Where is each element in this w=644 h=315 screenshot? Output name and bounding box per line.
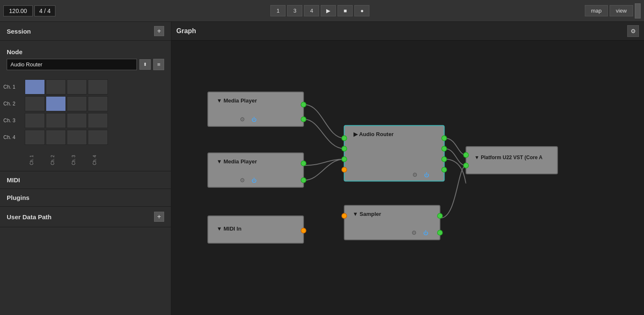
svg-text:⏻: ⏻ [251, 178, 257, 184]
matrix-cell-r2-c2[interactable] [67, 113, 87, 128]
svg-point-10 [342, 157, 347, 162]
node-media-player-1[interactable]: ▼ Media Player ⚙ ⏻ [208, 92, 306, 126]
matrix-cell-r0-c0[interactable] [25, 79, 45, 94]
graph-settings-button[interactable]: ⚙ [627, 25, 639, 37]
session-header[interactable]: Session + [0, 22, 171, 40]
matrix-cell-r3-c3[interactable] [88, 130, 108, 145]
col-headers: Ch. 1Ch. 2Ch. 3Ch. 4 [21, 149, 171, 171]
svg-point-8 [342, 136, 347, 141]
svg-text:▼ MIDI In: ▼ MIDI In [217, 226, 241, 232]
node-platform-u22[interactable]: ▼ Platform U22 VST (Core A [463, 147, 558, 174]
main-area: Session + Node Audio Router ⬍ ≡ [0, 22, 644, 315]
row-label-1: Ch. 2 [3, 101, 24, 107]
matrix-cell-r1-c0[interactable] [25, 96, 45, 111]
node-sampler[interactable]: ▼ Sampler ⚙ ⏻ [342, 205, 442, 240]
transport-btn-stop[interactable]: ■ [338, 5, 353, 16]
midi-section[interactable]: MIDI [0, 171, 171, 189]
svg-text:⚙: ⚙ [412, 171, 418, 178]
resize-handle[interactable] [635, 3, 641, 18]
top-bar-right: mapview [585, 5, 633, 16]
graph-title: Graph [176, 27, 196, 35]
matrix-cell-r3-c2[interactable] [67, 130, 87, 145]
view-btn-map[interactable]: map [585, 5, 608, 16]
row-label-3: Ch. 4 [3, 134, 24, 140]
svg-point-27 [437, 213, 442, 218]
transport-controls: 134▶■● [57, 5, 583, 16]
node-content: Node Audio Router ⬍ ≡ [0, 41, 171, 79]
matrix-cell-r0-c1[interactable] [46, 79, 66, 94]
svg-point-31 [301, 228, 306, 233]
row-label-0: Ch. 1 [3, 84, 24, 90]
user-data-path-section[interactable]: User Data Path + [0, 207, 171, 227]
port-mp1-ctrl [301, 117, 306, 122]
node-select[interactable]: Audio Router [7, 59, 137, 70]
col-header-0: Ch. 1 [21, 151, 42, 169]
node-media-player-2[interactable]: ▼ Media Player ⚙ ⏻ [208, 153, 306, 187]
matrix-row-1: Ch. 2 [3, 95, 168, 112]
graph-header: Graph ⚙ [171, 22, 644, 41]
graph-svg: ▼ Media Player ⚙ ⏻ ▶ Audio Router ⚙ ⏻ [171, 40, 644, 315]
matrix-cell-r2-c0[interactable] [25, 113, 45, 128]
transport-btn-1[interactable]: 1 [270, 5, 285, 16]
svg-point-14 [442, 157, 447, 162]
bpm-display[interactable]: 120.00 [3, 5, 33, 16]
matrix-cell-r1-c1[interactable] [46, 96, 66, 111]
transport-btn-3[interactable]: 3 [287, 5, 302, 16]
transport-btn-record[interactable]: ● [354, 5, 369, 16]
col-header-2: Ch. 3 [63, 151, 84, 169]
node-midi-in[interactable]: ▼ MIDI In [208, 216, 306, 243]
transport-btn-play[interactable]: ▶ [321, 5, 336, 16]
svg-text:⚙: ⚙ [240, 116, 245, 123]
svg-point-35 [463, 163, 469, 168]
session-add-button[interactable]: + [154, 26, 164, 36]
sidebar: Session + Node Audio Router ⬍ ≡ [0, 22, 171, 315]
graph-area: Graph ⚙ [171, 22, 644, 315]
svg-text:▼ Platform U22 VST (Core A: ▼ Platform U22 VST (Core A [474, 155, 542, 160]
matrix-cell-r3-c1[interactable] [46, 130, 66, 145]
matrix-row-3: Ch. 4 [3, 129, 168, 146]
transport-btn-4[interactable]: 4 [304, 5, 319, 16]
graph-canvas[interactable]: ▼ Media Player ⚙ ⏻ ▶ Audio Router ⚙ ⏻ [171, 40, 644, 315]
matrix-cell-r3-c0[interactable] [25, 130, 45, 145]
svg-text:⚙: ⚙ [411, 229, 417, 236]
node-select-arrow[interactable]: ⬍ [139, 59, 151, 70]
node-title: Node [7, 44, 164, 59]
row-label-2: Ch. 3 [3, 118, 24, 123]
svg-point-21 [301, 178, 306, 183]
top-bar-left: 120.00 4 / 4 [3, 5, 55, 16]
svg-text:⏻: ⏻ [423, 230, 428, 236]
matrix-cell-r0-c2[interactable] [67, 79, 87, 94]
plugins-section[interactable]: Plugins [0, 189, 171, 207]
matrix-cell-r1-c2[interactable] [67, 96, 87, 111]
matrix-cell-r1-c3[interactable] [88, 96, 108, 111]
svg-point-12 [442, 136, 447, 141]
view-btn-view[interactable]: view [610, 5, 633, 16]
svg-text:▼ Media Player: ▼ Media Player [217, 97, 257, 104]
plugins-title: Plugins [7, 194, 29, 201]
port-mp1-right [301, 102, 306, 107]
top-bar: 120.00 4 / 4 134▶■● mapview [0, 0, 644, 22]
node-audio-router[interactable]: ▶ Audio Router ⚙ ⏻ [342, 126, 447, 181]
svg-point-26 [342, 213, 347, 218]
time-signature[interactable]: 4 / 4 [34, 5, 55, 16]
user-data-path-add-button[interactable]: + [154, 212, 164, 222]
midi-title: MIDI [7, 176, 20, 184]
svg-point-34 [463, 152, 469, 158]
svg-text:⚙: ⚙ [240, 177, 245, 184]
node-menu-button[interactable]: ≡ [153, 59, 164, 70]
matrix-cell-r2-c1[interactable] [46, 113, 66, 128]
svg-point-11 [342, 167, 347, 172]
node-section: Node Audio Router ⬍ ≡ Ch. 1Ch. 2Ch. 3Ch.… [0, 41, 171, 171]
svg-text:▶ Audio Router: ▶ Audio Router [353, 131, 393, 137]
matrix-cell-r0-c3[interactable] [88, 79, 108, 94]
matrix-row-2: Ch. 3 [3, 112, 168, 129]
svg-text:▼ Media Player: ▼ Media Player [217, 158, 257, 165]
matrix-cell-r2-c3[interactable] [88, 113, 108, 128]
svg-text:⏻: ⏻ [251, 117, 257, 123]
svg-point-9 [342, 146, 347, 151]
col-header-3: Ch. 4 [84, 151, 105, 169]
matrix-row-0: Ch. 1 [3, 79, 168, 95]
svg-point-13 [442, 146, 447, 151]
svg-text:▼ Sampler: ▼ Sampler [353, 211, 381, 217]
user-data-path-title: User Data Path [7, 213, 52, 220]
